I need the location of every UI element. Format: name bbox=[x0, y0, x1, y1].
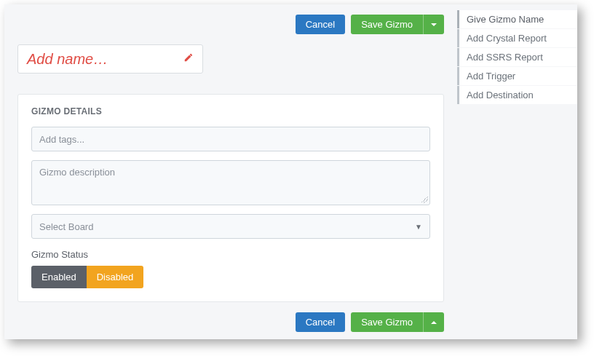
chevron-down-icon: ▼ bbox=[415, 223, 422, 231]
sidebar-item-add-crystal[interactable]: Add Crystal Report bbox=[457, 29, 577, 47]
save-split-button: Save Gizmo bbox=[351, 15, 444, 34]
top-action-row: Cancel Save Gizmo bbox=[17, 15, 444, 34]
name-placeholder: Add name… bbox=[27, 51, 108, 68]
sidebar-item-label: Add Destination bbox=[467, 90, 534, 100]
card-title: GIZMO DETAILS bbox=[31, 106, 430, 116]
status-toggle-group: Enabled Disabled bbox=[31, 266, 430, 288]
sidebar-item-label: Add SSRS Report bbox=[467, 52, 543, 63]
status-label: Gizmo Status bbox=[31, 249, 430, 260]
sidebar-item-give-name[interactable]: Give Gizmo Name bbox=[457, 10, 577, 28]
save-dropdown-toggle[interactable] bbox=[423, 312, 444, 332]
sidebar-item-label: Add Crystal Report bbox=[467, 33, 547, 44]
description-textarea[interactable]: Gizmo description bbox=[31, 160, 430, 205]
board-select[interactable]: Select Board ▼ bbox=[31, 214, 430, 239]
chevron-up-icon bbox=[431, 321, 437, 324]
sidebar-item-label: Give Gizmo Name bbox=[467, 14, 544, 25]
sidebar-item-label: Add Trigger bbox=[467, 71, 515, 82]
save-dropdown-toggle[interactable] bbox=[423, 15, 444, 34]
name-input[interactable]: Add name… bbox=[17, 44, 203, 74]
status-disabled-button[interactable]: Disabled bbox=[87, 266, 144, 288]
resize-handle-icon[interactable] bbox=[421, 196, 428, 203]
save-split-button: Save Gizmo bbox=[351, 312, 444, 332]
save-button[interactable]: Save Gizmo bbox=[351, 312, 423, 332]
main-column: Cancel Save Gizmo Add name… GIZMO DETAIL… bbox=[4, 4, 457, 339]
gizmo-details-card: GIZMO DETAILS Add tags... Gizmo descript… bbox=[17, 94, 444, 302]
save-button[interactable]: Save Gizmo bbox=[351, 15, 423, 34]
tags-input[interactable]: Add tags... bbox=[31, 127, 430, 151]
sidebar: Give Gizmo Name Add Crystal Report Add S… bbox=[457, 4, 577, 339]
board-placeholder: Select Board bbox=[39, 221, 93, 232]
description-placeholder: Gizmo description bbox=[39, 167, 115, 178]
sidebar-item-add-trigger[interactable]: Add Trigger bbox=[457, 67, 577, 85]
cancel-button[interactable]: Cancel bbox=[296, 312, 345, 332]
pencil-icon bbox=[183, 52, 194, 66]
page: Cancel Save Gizmo Add name… GIZMO DETAIL… bbox=[4, 4, 577, 339]
bottom-action-row: Cancel Save Gizmo bbox=[17, 312, 444, 332]
sidebar-item-add-destination[interactable]: Add Destination bbox=[457, 86, 577, 104]
sidebar-item-add-ssrs[interactable]: Add SSRS Report bbox=[457, 48, 577, 66]
cancel-button[interactable]: Cancel bbox=[296, 15, 345, 34]
chevron-down-icon bbox=[431, 23, 437, 26]
tags-placeholder: Add tags... bbox=[39, 134, 84, 145]
status-enabled-button[interactable]: Enabled bbox=[31, 266, 87, 288]
